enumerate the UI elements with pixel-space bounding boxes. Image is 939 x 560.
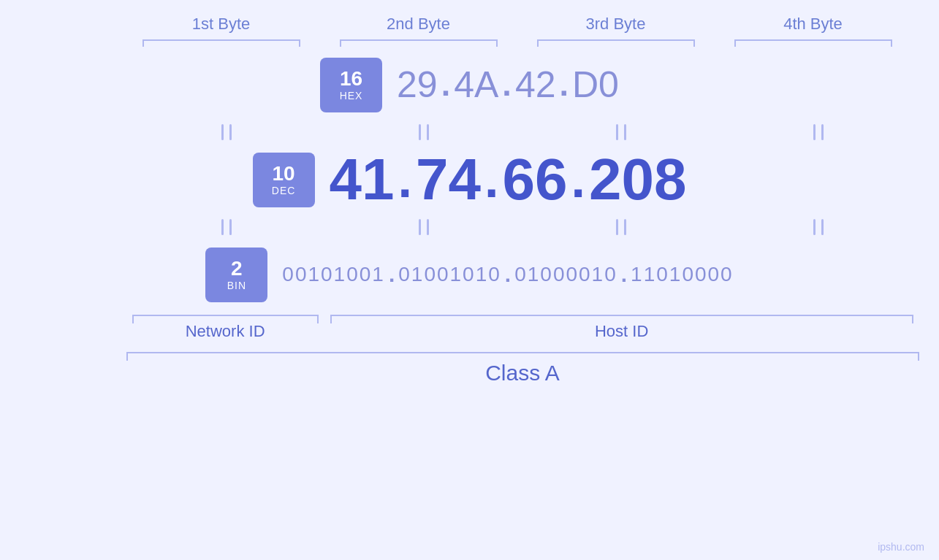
- pline2a: [419, 124, 421, 140]
- bin-byte2: 01001010: [398, 263, 501, 286]
- id-section: Network ID Host ID: [126, 315, 919, 341]
- byte3-bracket: [517, 34, 715, 48]
- dec-byte1: 41: [330, 146, 395, 213]
- pline5a: [221, 219, 224, 235]
- bin-byte1: 00101001: [282, 263, 385, 286]
- network-id-bracket: Network ID: [126, 315, 324, 341]
- pline4b: [821, 124, 824, 140]
- dec-row: 10 DEC 41 . 74 . 66 . 208: [238, 143, 702, 216]
- host-id-label: Host ID: [324, 322, 919, 341]
- plines4: [720, 124, 917, 140]
- bin-dot2: .: [505, 262, 511, 287]
- plines3: [522, 124, 720, 140]
- pline3a: [616, 124, 618, 140]
- hex-bytes-area: 29 . 4A . 42 . D0: [382, 64, 634, 106]
- byte1-bracket: [123, 34, 320, 48]
- network-id-label: Network ID: [126, 322, 324, 341]
- pline3b: [624, 124, 626, 140]
- byte-labels-row: 1st Byte 2nd Byte 3rd Byte 4th Byte: [123, 15, 912, 34]
- bin-dot1: .: [389, 262, 395, 287]
- byte-bracket-row: [123, 34, 912, 48]
- plines6: [325, 219, 522, 235]
- class-section: Class A: [126, 352, 919, 386]
- class-label: Class A: [126, 361, 919, 386]
- pline6b: [427, 219, 429, 235]
- pline8a: [813, 219, 816, 235]
- plines7: [522, 219, 720, 235]
- footer-text: ipshu.com: [878, 541, 924, 553]
- plines8: [720, 219, 917, 235]
- byte1-label: 1st Byte: [123, 15, 320, 34]
- host-id-bracket: Host ID: [324, 315, 919, 341]
- hex-byte2: 4A: [454, 64, 498, 106]
- bin-base-label: BIN: [227, 280, 246, 291]
- byte2-bracket: [320, 34, 517, 48]
- bin-byte3: 01000010: [514, 263, 617, 286]
- dec-badge: 10 DEC: [253, 153, 315, 207]
- hex-byte4: D0: [572, 64, 619, 106]
- network-id-bracket-line: [132, 315, 319, 316]
- pline5b: [229, 219, 232, 235]
- plines2: [325, 124, 522, 140]
- plines5: [128, 219, 325, 235]
- pline1b: [229, 124, 232, 140]
- pline2b: [427, 124, 429, 140]
- hex-row: 16 HEX 29 . 4A . 42 . D0: [305, 48, 634, 121]
- pline8b: [821, 219, 824, 235]
- id-brackets: Network ID Host ID: [126, 315, 919, 341]
- parallel-hex-dec: [128, 121, 917, 143]
- dec-byte4: 208: [589, 146, 686, 213]
- plines1: [128, 124, 325, 140]
- dec-byte2: 74: [416, 146, 481, 213]
- dec-bytes-area: 41 . 74 . 66 . 208: [315, 146, 702, 213]
- pline7a: [616, 219, 618, 235]
- hex-byte1: 29: [397, 64, 438, 106]
- bin-dot3: .: [621, 262, 627, 287]
- bin-base-number: 2: [231, 258, 243, 280]
- dec-dot2: .: [484, 150, 498, 209]
- bin-badge: 2 BIN: [205, 248, 267, 302]
- parallel-dec-bin: [128, 216, 917, 238]
- byte3-label: 3rd Byte: [517, 15, 715, 34]
- pline7b: [624, 219, 626, 235]
- hex-byte3: 42: [515, 64, 556, 106]
- bin-byte4: 11010000: [631, 263, 734, 286]
- byte4-label: 4th Byte: [715, 15, 912, 34]
- byte4-bracket: [715, 34, 912, 48]
- hex-dot2: .: [502, 66, 512, 104]
- dec-dot3: .: [571, 150, 585, 209]
- bin-bytes-area: 00101001 . 01001010 . 01000010 . 1101000…: [267, 262, 748, 287]
- hex-dot3: .: [560, 66, 569, 104]
- hex-base-label: HEX: [340, 90, 363, 101]
- class-bracket-line: [126, 352, 919, 353]
- dec-base-number: 10: [273, 163, 295, 185]
- hex-base-number: 16: [340, 68, 362, 91]
- dec-base-label: DEC: [272, 185, 296, 196]
- host-id-bracket-line: [330, 315, 913, 316]
- hex-dot1: .: [441, 66, 451, 104]
- pline4a: [813, 124, 816, 140]
- byte2-label: 2nd Byte: [320, 15, 517, 34]
- pline1a: [221, 124, 224, 140]
- main-container: 1st Byte 2nd Byte 3rd Byte 4th Byte 16 H…: [0, 0, 939, 560]
- bin-row: 2 BIN 00101001 . 01001010 . 01000010 . 1…: [191, 238, 748, 311]
- pline6a: [419, 219, 421, 235]
- hex-badge: 16 HEX: [320, 58, 382, 112]
- dec-dot1: .: [398, 150, 412, 209]
- dec-byte3: 66: [502, 146, 567, 213]
